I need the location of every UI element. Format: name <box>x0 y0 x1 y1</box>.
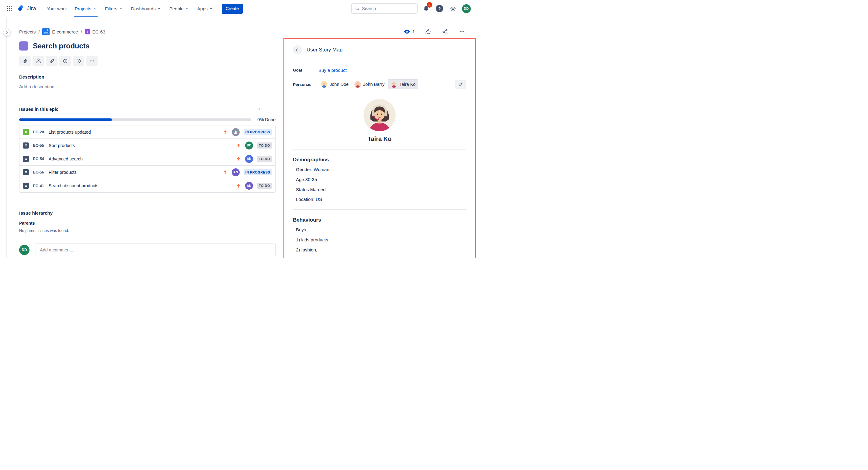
sidebar-expand-button[interactable] <box>3 29 11 36</box>
persona-chip-taira-ko[interactable]: Taira Ko <box>388 80 418 89</box>
add-child-issue-button[interactable] <box>33 56 44 66</box>
settings-button[interactable] <box>448 4 458 13</box>
share-button[interactable] <box>441 28 449 36</box>
global-search[interactable] <box>351 3 417 14</box>
task-type-icon <box>23 143 29 149</box>
behaviours-heading: Behaviours <box>293 217 466 223</box>
epic-issues-more-button[interactable] <box>255 105 264 113</box>
goal-label: Goal <box>293 68 318 72</box>
hierarchy-icon <box>36 58 41 64</box>
assignee-avatar-unassigned[interactable] <box>232 128 240 136</box>
goal-link[interactable]: Buy a product <box>318 67 347 73</box>
panel-divider <box>284 60 475 60</box>
epic-issues-heading: Issues in this epic <box>19 107 58 112</box>
status-badge[interactable]: IN PROGRESS <box>244 129 272 135</box>
assignee-avatar[interactable]: AN <box>245 155 253 163</box>
scope-alt-button[interactable] <box>73 56 84 66</box>
grid-icon <box>6 5 12 11</box>
assignee-avatar[interactable]: AN <box>245 182 253 189</box>
ellipsis-icon <box>459 29 465 35</box>
project-avatar-icon <box>42 28 50 35</box>
nav-people[interactable]: People <box>165 0 193 17</box>
search-icon <box>355 6 360 11</box>
issue-summary[interactable]: Filter products <box>49 170 223 175</box>
behaviours-line: 1) kids products <box>296 237 466 243</box>
personas-row: Personas John Doe <box>293 80 466 89</box>
like-button[interactable] <box>424 28 432 36</box>
more-actions-button[interactable] <box>458 28 466 36</box>
jira-logo[interactable]: Jira <box>14 5 39 12</box>
hierarchy-heading: Issue hierarchy <box>19 210 276 215</box>
thumbs-up-icon <box>425 29 431 35</box>
breadcrumb-projects-link[interactable]: Projects <box>19 29 36 34</box>
issue-summary[interactable]: List products updated <box>49 130 223 135</box>
nav-projects[interactable]: Projects <box>71 0 101 17</box>
status-badge[interactable]: TO DO <box>257 183 272 189</box>
panel-back-button[interactable] <box>293 46 302 55</box>
goal-row: Goal Buy a product <box>293 67 466 73</box>
issue-row[interactable]: EC-56 Filter products AN IN PROGRESS <box>20 166 275 179</box>
scope-button[interactable] <box>59 56 71 66</box>
chevron-down-icon <box>184 6 189 11</box>
add-issue-button[interactable] <box>267 105 276 113</box>
issue-key[interactable]: EC-41 <box>33 183 44 188</box>
help-icon <box>436 5 443 12</box>
issue-row[interactable]: EC-41 Search discount products AN TO DO <box>20 179 275 193</box>
assignee-avatar[interactable]: DD <box>245 142 253 149</box>
nav-right-cluster: 2 DD <box>351 3 471 14</box>
ellipsis-icon <box>89 58 95 64</box>
priority-high-icon <box>236 143 241 148</box>
issue-summary[interactable]: Search discount products <box>49 183 236 188</box>
priority-high-icon <box>236 183 241 188</box>
app-switcher-button[interactable] <box>4 3 14 14</box>
status-badge[interactable]: IN PROGRESS <box>244 169 272 175</box>
collapsed-sidebar-rail <box>0 17 7 258</box>
issue-key[interactable]: EC-56 <box>33 170 44 174</box>
persona-chip-john-barry[interactable]: John Barry <box>352 80 387 89</box>
help-button[interactable] <box>435 4 444 13</box>
page-body: Projects / E-commerce / <box>0 17 477 258</box>
notifications-button[interactable]: 2 <box>421 4 431 13</box>
demographics-line: Location: US <box>296 196 466 203</box>
issue-row[interactable]: EC-20 List products updated IN PROGRESS <box>20 125 275 139</box>
watch-button[interactable]: 1 <box>404 28 415 35</box>
issue-row[interactable]: EC-54 Advanced search AN TO DO <box>20 152 275 166</box>
breadcrumb-project-link[interactable]: E-commerce <box>42 28 78 35</box>
issue-actions: 1 <box>404 28 476 36</box>
description-placeholder[interactable]: Add a description... <box>19 84 276 89</box>
issue-key[interactable]: EC-55 <box>33 143 44 148</box>
priority-high-icon <box>236 156 241 161</box>
edit-personas-button[interactable] <box>455 80 466 89</box>
main-content: Projects / E-commerce / <box>7 17 477 258</box>
nav-your-work[interactable]: Your work <box>43 0 71 17</box>
demographics-line: Gender: Woman <box>296 166 466 173</box>
issue-key[interactable]: EC-20 <box>33 130 44 134</box>
plus-icon <box>268 106 274 112</box>
issue-detail-column: Search products <box>19 38 276 258</box>
breadcrumb: Projects / E-commerce / <box>19 28 105 35</box>
issue-summary[interactable]: Sort products <box>49 143 236 148</box>
create-button[interactable]: Create <box>222 4 243 14</box>
search-input[interactable] <box>362 6 414 11</box>
persona-chip-john-doe[interactable]: John Doe <box>318 80 351 89</box>
nav-apps[interactable]: Apps <box>193 0 217 17</box>
nav-filters[interactable]: Filters <box>101 0 127 17</box>
status-badge[interactable]: TO DO <box>257 156 272 162</box>
issue-row[interactable]: EC-55 Sort products DD TO DO <box>20 139 275 152</box>
comment-input[interactable] <box>36 243 276 256</box>
user-avatar-button[interactable]: DD <box>461 4 471 13</box>
demographics-line: Age:30-35 <box>296 176 466 183</box>
persona-avatar-icon <box>321 81 328 88</box>
paperclip-icon <box>22 58 28 64</box>
link-issue-button[interactable] <box>46 56 58 66</box>
issue-key[interactable]: EC-54 <box>33 156 44 161</box>
attach-button[interactable] <box>19 56 31 66</box>
issue-summary[interactable]: Advanced search <box>49 156 236 161</box>
parents-label: Parents <box>19 221 276 226</box>
breadcrumb-issue-link[interactable]: EC-63 <box>85 29 105 34</box>
status-badge[interactable]: TO DO <box>257 143 272 149</box>
share-icon <box>442 29 448 35</box>
nav-dashboards[interactable]: Dashboards <box>127 0 165 17</box>
assignee-avatar[interactable]: AN <box>232 168 240 176</box>
toolbar-more-button[interactable] <box>86 56 98 66</box>
